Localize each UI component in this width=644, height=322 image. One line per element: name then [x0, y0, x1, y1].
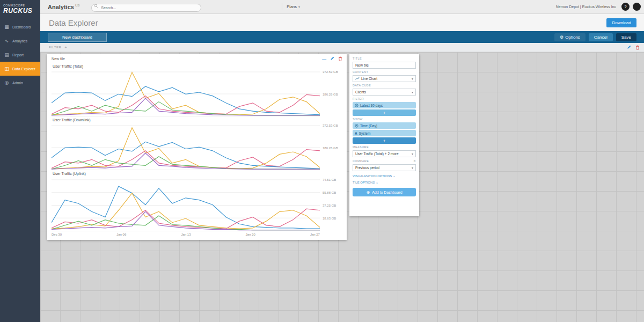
title-field-label: TITLE — [353, 57, 416, 60]
filter-strip: FILTER + — [40, 43, 644, 52]
y-axis-tick: 186.26 GB — [323, 93, 338, 96]
content-select-value: Line Chart — [361, 77, 377, 80]
show-chip-system[interactable]: A System — [353, 130, 416, 136]
data-cube-select[interactable]: Clients ▾ — [353, 89, 416, 96]
add-show-button[interactable]: + — [353, 137, 416, 144]
chart-title: User Traffic (Uplink) — [47, 170, 347, 176]
measure-field-label: MEASURE — [353, 145, 416, 149]
line-chart-total — [52, 69, 320, 116]
content-select[interactable]: Line Chart ▾ — [353, 75, 416, 82]
chart-section-total: User Traffic (Total) 372.53 GB186.26 GB — [47, 63, 347, 116]
show-section: Time (Day) A System + — [353, 122, 416, 144]
sidebar-item-dashboard[interactable]: ▦ Dashboard — [0, 20, 40, 34]
context-selector-label: Plans — [287, 4, 297, 9]
visualization-options-toggle[interactable]: VISUALIZATION OPTIONS ⌄ — [353, 173, 416, 178]
y-axis-total: 372.53 GB186.26 GB — [320, 69, 347, 116]
y-axis-tick: 18.63 GB — [323, 217, 336, 220]
delete-tile-button[interactable] — [338, 56, 342, 61]
tile-options-toggle[interactable]: TILE OPTIONS ⌄ — [353, 179, 416, 184]
top-bar: Analytics US Plans ▾ Nemon Depot | Rucku… — [40, 0, 644, 14]
edit-tile-button[interactable] — [330, 56, 334, 61]
options-button[interactable]: ⚙ Options — [554, 33, 586, 41]
pencil-icon — [627, 45, 631, 49]
series-line-yellow — [52, 193, 320, 229]
series-line-yellow — [52, 72, 320, 115]
line-chart-icon — [355, 77, 360, 80]
attribute-icon: A — [355, 131, 357, 135]
compare-field-label: COMPARE — [353, 159, 369, 163]
sidebar-item-label: Data Explorer — [12, 67, 35, 71]
chart-tile: New tile — User Traffic (Total) 372.53 G… — [47, 54, 347, 240]
x-axis-tick: Jan 13 — [181, 233, 191, 239]
x-axis-spacer — [320, 231, 347, 239]
y-axis-tick: 55.88 GB — [323, 191, 336, 194]
pencil-icon — [330, 56, 334, 61]
filter-section: Latest 30 days + — [353, 102, 416, 116]
dashboard-canvas: New tile — User Traffic (Total) 372.53 G… — [40, 52, 644, 322]
sidebar-item-data-explorer[interactable]: ◫ Data Explorer — [0, 62, 40, 76]
sidebar-item-analytics[interactable]: ∿ Analytics — [0, 34, 40, 48]
chart-row: 74.51 GB55.88 GB37.25 GB18.63 GB — [47, 176, 347, 231]
filter-section-label: FILTER — [353, 97, 416, 100]
help-button[interactable]: ? — [621, 3, 630, 11]
add-filter-strip-button[interactable]: + — [64, 45, 67, 50]
series-line-blue — [52, 86, 320, 115]
brand-logo: COMMSCOPE RUCKUS — [0, 0, 40, 20]
x-axis-tick: Jan 06 — [116, 233, 126, 239]
cancel-button[interactable]: Cancel — [589, 33, 613, 41]
filter-chip-latest-30-days[interactable]: Latest 30 days — [353, 102, 416, 108]
y-axis-uplink: 74.51 GB55.88 GB37.25 GB18.63 GB — [320, 176, 347, 231]
new-dashboard-tab[interactable]: New dashboard — [48, 33, 107, 42]
add-to-dashboard-button[interactable]: ⊕ Add to Dashboard — [353, 188, 416, 196]
search-input[interactable] — [91, 4, 201, 12]
x-axis-tick: Jan 27 — [310, 233, 320, 239]
y-axis-tick: 372.53 GB — [323, 70, 338, 74]
chevron-down-icon: ▾ — [298, 5, 300, 9]
delete-dashboard-button[interactable] — [635, 45, 640, 50]
x-axis-tick: Jan 20 — [246, 233, 255, 239]
series-line-yellow — [52, 128, 320, 169]
tile-settings-panel: TITLE CONTENT Line Chart ▾ DATA CUBE Cli… — [349, 54, 419, 216]
context-selector[interactable]: Plans ▾ — [282, 3, 304, 10]
account-text: Nemon Depot | Ruckus Wireless Inc — [556, 5, 616, 9]
sidebar-item-report[interactable]: ▤ Report — [0, 48, 40, 62]
tile-title-input[interactable] — [353, 62, 416, 69]
chart-row: 372.53 GB186.26 GB — [47, 69, 347, 116]
sidebar-item-label: Analytics — [12, 39, 27, 43]
download-button[interactable]: Download — [606, 18, 636, 27]
search-icon — [94, 4, 98, 8]
compare-select[interactable]: Previous period ▾ — [353, 164, 416, 171]
show-section-label: SHOW — [353, 118, 416, 121]
app-title: Analytics — [48, 4, 74, 10]
sidebar-nav: ▦ Dashboard ∿ Analytics ▤ Report ◫ Data … — [0, 20, 40, 90]
clock-icon — [355, 124, 358, 128]
tile-title: New tile — [52, 57, 65, 61]
add-filter-button[interactable]: + — [353, 109, 416, 116]
global-search — [91, 2, 201, 12]
show-chip-label: Time (Day) — [360, 124, 377, 128]
sidebar-item-admin[interactable]: ◎ Admin — [0, 76, 40, 90]
chevron-down-icon: ▾ — [412, 77, 413, 80]
x-axis: Dec 30Jan 06Jan 13Jan 20Jan 27 — [47, 231, 347, 239]
x-axis-tick: Dec 30 — [52, 233, 62, 239]
report-icon: ▤ — [4, 52, 10, 57]
trash-icon — [338, 56, 342, 61]
series-line-purple — [52, 211, 320, 230]
admin-icon: ◎ — [4, 80, 10, 85]
edit-dashboard-button[interactable] — [627, 45, 631, 49]
profile-button[interactable] — [633, 3, 641, 11]
y-axis-tick: 186.26 GB — [323, 147, 338, 150]
chart-title: User Traffic (Total) — [47, 63, 347, 69]
page-title: Data Explorer — [49, 18, 98, 27]
tile-header: New tile — — [47, 54, 347, 63]
save-button[interactable]: Save — [616, 33, 636, 41]
options-button-label: Options — [565, 35, 580, 40]
y-axis-tick: 372.53 GB — [323, 124, 338, 127]
clock-icon — [355, 104, 358, 107]
remove-compare-button[interactable]: ✕ — [413, 159, 416, 163]
app-region-badge: US — [75, 4, 79, 7]
collapse-tile-button[interactable]: — — [322, 56, 326, 61]
measure-select[interactable]: User Traffic (Total) + 2 more ▾ — [353, 150, 416, 157]
show-chip-time-day[interactable]: Time (Day) — [353, 122, 416, 129]
app-window: COMMSCOPE RUCKUS ▦ Dashboard ∿ Analytics… — [0, 0, 644, 322]
